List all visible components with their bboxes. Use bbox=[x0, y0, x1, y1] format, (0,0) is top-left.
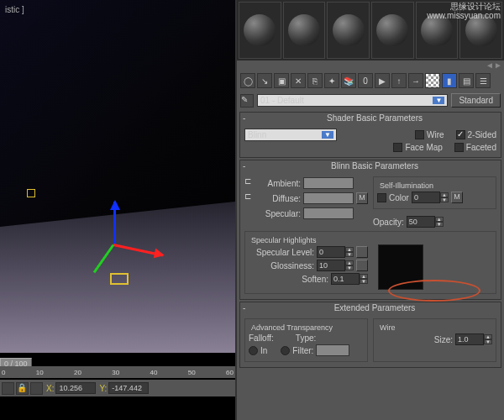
collapse-icon[interactable]: - bbox=[243, 303, 251, 312]
spec-level-label: Specular Level: bbox=[256, 248, 314, 257]
diffuse-lock-icon[interactable]: ⊏ bbox=[244, 192, 258, 205]
spec-hl-title: Specular Highlights bbox=[249, 236, 319, 244]
select-by-material-button[interactable]: ☰ bbox=[475, 73, 491, 88]
material-name-combo[interactable]: 01 - Default ▼ bbox=[257, 94, 448, 107]
scroll-left-icon[interactable]: ◄ bbox=[486, 60, 494, 71]
diffuse-map-button[interactable]: M bbox=[356, 192, 368, 204]
viewport-pane: istic ] 0 / 100 0 10 20 30 40 50 60 🔒 X:… bbox=[0, 0, 235, 420]
self-illumination-group: Self-Illumination Color ▲▼ M bbox=[373, 176, 496, 209]
background-button[interactable]: ▮ bbox=[442, 73, 457, 88]
self-illum-map-button[interactable]: M bbox=[451, 192, 463, 203]
x-coord-field[interactable]: 10.256 bbox=[55, 382, 96, 394]
get-material-button[interactable]: ◯ bbox=[240, 73, 255, 88]
material-slot[interactable] bbox=[327, 2, 370, 59]
material-type-button[interactable]: Standard bbox=[451, 93, 501, 108]
specular-color-swatch[interactable] bbox=[303, 207, 354, 219]
tick: 20 bbox=[74, 369, 81, 376]
scroll-right-icon[interactable]: ► bbox=[494, 60, 502, 71]
x-axis-icon[interactable] bbox=[113, 244, 163, 256]
rollout-header[interactable]: - Shader Basic Parameters bbox=[240, 113, 501, 123]
soften-label: Soften: bbox=[302, 275, 328, 284]
two-sided-checkbox[interactable] bbox=[456, 130, 465, 139]
gloss-map-button[interactable] bbox=[356, 260, 368, 271]
options-button[interactable]: ▤ bbox=[459, 73, 474, 88]
assign-to-selection-button[interactable]: ▣ bbox=[274, 73, 289, 88]
rollout-title: Blinn Basic Parameters bbox=[251, 161, 498, 171]
material-toolbar: ◯ ↘ ▣ ✕ ⎘ ✦ 📚 0 ▶ ↑ → ▮ ▤ ☰ bbox=[237, 71, 504, 91]
go-to-parent-button[interactable]: ↑ bbox=[391, 73, 407, 88]
rollout-title: Shader Basic Parameters bbox=[251, 113, 498, 123]
material-slot[interactable] bbox=[371, 2, 414, 59]
viewport-label: istic ] bbox=[5, 5, 24, 14]
transform-gizmo[interactable] bbox=[71, 202, 172, 302]
highlight-curve-preview bbox=[378, 244, 423, 290]
y-axis-icon[interactable] bbox=[93, 244, 114, 273]
material-slot[interactable] bbox=[239, 2, 281, 59]
type-filter-radio[interactable] bbox=[281, 346, 290, 355]
opacity-spinner[interactable]: ▲▼ bbox=[407, 216, 444, 228]
xy-plane-handle[interactable] bbox=[110, 273, 129, 285]
diffuse-label: Diffuse: bbox=[260, 194, 301, 203]
make-copy-button[interactable]: ⎘ bbox=[307, 73, 323, 88]
face-map-label: Face Map bbox=[405, 143, 442, 152]
ambient-color-swatch[interactable] bbox=[303, 177, 354, 189]
viewport-perspective[interactable]: istic ] bbox=[0, 0, 235, 353]
wire-checkbox[interactable] bbox=[415, 130, 424, 139]
collapse-icon[interactable]: - bbox=[243, 161, 251, 171]
color-label: Color bbox=[389, 193, 409, 202]
material-sphere-icon bbox=[244, 14, 276, 46]
y-coord-field[interactable]: -147.442 bbox=[108, 382, 149, 394]
color-checkbox[interactable] bbox=[377, 193, 386, 202]
make-unique-button[interactable]: ✦ bbox=[324, 73, 339, 88]
put-to-scene-button[interactable]: ↘ bbox=[257, 73, 272, 88]
material-sphere-icon bbox=[376, 14, 408, 46]
material-id-button[interactable]: 0 bbox=[358, 73, 373, 88]
self-illum-spinner[interactable]: ▲▼ bbox=[412, 192, 449, 203]
faceted-checkbox[interactable] bbox=[454, 143, 464, 152]
falloff-in-radio[interactable] bbox=[249, 346, 258, 355]
shader-type-combo[interactable]: Blinn ▼ bbox=[244, 129, 337, 141]
reset-map-button[interactable]: ✕ bbox=[291, 73, 306, 88]
filter-color-swatch[interactable] bbox=[316, 344, 349, 356]
ambient-label: Ambient: bbox=[260, 179, 301, 188]
go-forward-button[interactable]: → bbox=[408, 73, 423, 88]
gloss-label: Glossiness: bbox=[270, 261, 314, 270]
type-label: Type: bbox=[296, 333, 316, 343]
falloff-label: Falloff: bbox=[249, 333, 274, 343]
in-label: In bbox=[260, 346, 267, 355]
collapse-icon[interactable]: - bbox=[243, 113, 251, 123]
eyedropper-icon[interactable]: ✎ bbox=[240, 94, 254, 108]
soften-spinner[interactable]: ▲▼ bbox=[331, 273, 368, 285]
shader-basic-rollout: - Shader Basic Parameters Blinn ▼ Wire 2… bbox=[239, 112, 501, 158]
show-map-in-viewport-button[interactable] bbox=[425, 73, 440, 88]
chevron-down-icon[interactable]: ▼ bbox=[433, 97, 444, 104]
z-axis-icon[interactable] bbox=[113, 202, 118, 244]
filter-label: Filter: bbox=[292, 346, 313, 355]
wire-size-spinner[interactable]: ▲▼ bbox=[455, 333, 492, 345]
chevron-down-icon[interactable]: ▼ bbox=[322, 131, 333, 139]
material-slot[interactable] bbox=[283, 2, 326, 59]
spec-level-map-button[interactable] bbox=[356, 246, 368, 258]
show-end-result-button[interactable]: ▶ bbox=[375, 73, 390, 88]
gloss-spinner[interactable]: ▲▼ bbox=[317, 260, 354, 271]
specular-label: Specular: bbox=[260, 209, 301, 218]
put-to-library-button[interactable]: 📚 bbox=[341, 73, 356, 88]
lock-icon[interactable]: 🔒 bbox=[16, 382, 29, 395]
spec-level-spinner[interactable]: ▲▼ bbox=[317, 246, 354, 258]
rollout-header[interactable]: - Extended Parameters bbox=[240, 302, 501, 313]
selection-lock-icon[interactable] bbox=[2, 382, 14, 395]
tick: 30 bbox=[112, 369, 119, 376]
y-label: Y: bbox=[99, 384, 107, 393]
sample-scroll[interactable]: ◄► bbox=[237, 60, 504, 71]
material-editor-pane: 思缘设计论坛www.missyuan.com ◄► ◯ ↘ ▣ ✕ ⎘ ✦ 📚 … bbox=[235, 0, 504, 420]
face-map-checkbox[interactable] bbox=[393, 143, 402, 152]
wire-size-label: Size: bbox=[434, 335, 453, 344]
timeline-ruler[interactable]: 0 10 20 30 40 50 60 bbox=[0, 366, 235, 378]
material-sphere-icon bbox=[333, 14, 365, 46]
selection-bracket bbox=[27, 189, 35, 197]
snap-icon[interactable] bbox=[30, 382, 43, 395]
diffuse-color-swatch[interactable] bbox=[303, 192, 354, 204]
tick: 60 bbox=[226, 369, 234, 376]
rollout-header[interactable]: - Blinn Basic Parameters bbox=[240, 160, 501, 171]
ambient-lock-icon[interactable]: ⊏ bbox=[244, 176, 258, 190]
